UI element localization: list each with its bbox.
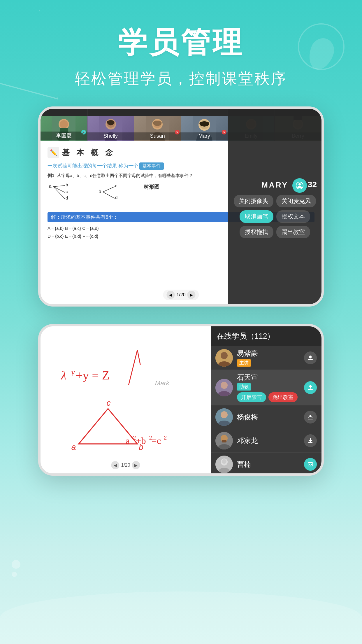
mute-btn[interactable]: 开启禁言 [237, 392, 266, 402]
prev-page-btn-2[interactable]: ◀ [111, 461, 119, 469]
close-mic-btn[interactable]: 关闭麦克风 [276, 195, 316, 207]
header-section: 学员管理 轻松管理学员，控制课堂秩序 [0, 0, 362, 95]
tree-diagram-2: b c d [97, 182, 132, 209]
svg-text:Mark: Mark [155, 379, 170, 387]
svg-point-72 [222, 459, 226, 464]
svg-text:b: b [99, 189, 101, 194]
phone-frame-2: λ y +y = Z a c b a 2 +b 2 =c 2 Mark [38, 324, 324, 476]
student-action-icon-3[interactable] [304, 411, 317, 424]
svg-text:d: d [66, 195, 68, 200]
teal-circle-icon [292, 178, 307, 193]
avatar-mic-3: ✕ [175, 130, 180, 134]
prev-page-btn[interactable]: ◀ [166, 291, 175, 299]
kick-btn[interactable]: 踢出教室 [268, 392, 298, 402]
cancel-pen-btn[interactable]: 取消画笔 [240, 210, 273, 223]
svg-line-23 [53, 187, 65, 192]
student-action-icon-1[interactable] [304, 351, 317, 364]
wb-pagination-2[interactable]: ◀ 1/20 ▶ [111, 461, 140, 469]
student-avatar-4 [215, 432, 233, 449]
student-avatar-2 [215, 379, 233, 396]
pagination-bar[interactable]: ◀ 1/20 ▶ [163, 290, 199, 300]
action-btn-row-2: 取消画笔 授权文本 [240, 210, 310, 223]
student-avatar-3 [215, 408, 233, 426]
svg-line-38 [129, 350, 137, 385]
handwriting-svg: λ y +y = Z a c b a 2 +b 2 =c 2 Mark [41, 326, 211, 473]
whiteboard-left: λ y +y = Z a c b a 2 +b 2 =c 2 Mark [41, 326, 211, 473]
svg-text:a: a [126, 435, 130, 446]
svg-text:c: c [66, 189, 68, 194]
student-name-3: 杨俊梅 [237, 412, 304, 422]
action-btn-row-3: 授权拖拽 踢出教室 [240, 226, 310, 238]
svg-text:2: 2 [164, 435, 167, 441]
svg-point-52 [221, 352, 228, 359]
student-action-icon-5[interactable] [304, 458, 317, 471]
student-info-1: 易紫豪 主讲 [237, 349, 304, 367]
student-item-1: 易紫豪 主讲 [211, 346, 321, 370]
svg-text:λ: λ [60, 368, 66, 382]
svg-text:2: 2 [133, 435, 136, 441]
svg-rect-67 [222, 440, 226, 442]
svg-rect-57 [308, 389, 313, 390]
next-page-btn-2[interactable]: ▶ [132, 461, 140, 469]
phone-frame-1: 李国夏 🎤 Shelly [38, 106, 324, 307]
bg-wave-bottom [0, 592, 362, 644]
svg-line-30 [103, 192, 115, 198]
svg-text:c: c [115, 183, 117, 188]
dec-circle-2 [12, 572, 17, 577]
svg-rect-54 [309, 356, 312, 358]
panel-header: 在线学员（112） [211, 326, 321, 346]
wb-icon: ✏️ [48, 147, 59, 158]
kick-out-btn[interactable]: 踢出教室 [276, 226, 310, 238]
svg-text:c: c [107, 398, 111, 407]
auth-text-btn[interactable]: 授权文本 [276, 210, 310, 223]
wb-badge: 基本事件 [139, 162, 164, 170]
main-title: 学员管理 [0, 23, 362, 63]
student-actions-2: 开启禁言 踢出教室 [237, 392, 304, 402]
svg-point-63 [310, 415, 311, 416]
auth-drag-btn[interactable]: 授权拖拽 [240, 226, 273, 238]
second-phone-section: λ y +y = Z a c b a 2 +b 2 =c 2 Mark [0, 324, 362, 476]
student-info-2: 石天宣 助教 开启禁言 踢出教室 [237, 373, 304, 402]
student-avatar-5 [215, 456, 233, 473]
badge-count: 32 [308, 180, 317, 189]
svg-text:+b: +b [136, 435, 146, 446]
svg-text:a: a [71, 442, 76, 452]
student-name-2: 石天宣 [237, 373, 304, 382]
student-name-5: 曹楠 [237, 460, 304, 469]
student-role-badge-2: 助教 [237, 383, 251, 391]
tree-diagram-1: a b c d [48, 182, 82, 209]
avatar-slot-3: Susan ✕ [134, 109, 181, 141]
avatar-label-4: Mary [181, 132, 228, 140]
close-camera-btn[interactable]: 关闭摄像头 [234, 195, 273, 207]
svg-point-34 [298, 183, 301, 186]
avatar-mic-4: ✕ [222, 130, 226, 134]
avatar-label-3: Susan [134, 132, 181, 140]
student-item-2: 石天宣 助教 开启禁言 踢出教室 [211, 370, 321, 405]
mary-label: MARY [261, 181, 288, 190]
avatar-mic-1: 🎤 [81, 130, 86, 134]
student-name-4: 邓家龙 [237, 436, 304, 445]
student-action-icon-2[interactable] [304, 381, 317, 394]
student-item-5: 曹楠 [211, 453, 321, 473]
svg-point-3 [60, 120, 68, 128]
student-item-3: 杨俊梅 [211, 405, 321, 429]
svg-line-24 [53, 187, 65, 199]
svg-text:y: y [71, 368, 75, 377]
svg-point-56 [221, 382, 228, 389]
avatar-slot-2: Shelly [87, 109, 134, 141]
student-name-1: 易紫豪 [237, 349, 304, 358]
wb-title: 基 本 概 念 [62, 148, 115, 158]
svg-line-22 [53, 186, 65, 187]
mary-context-menu: 32 MARY 关闭摄像头 关闭麦克风 取消画笔 授权文本 授权拖拽 踢出教室 [228, 109, 321, 304]
sub-title: 轻松管理学员，控制课堂秩序 [0, 69, 362, 89]
student-item-4: 邓家龙 [211, 429, 321, 453]
student-action-icon-4[interactable] [304, 434, 317, 447]
avatar-label-2: Shelly [87, 132, 134, 140]
students-panel: 在线学员（112） 易紫豪 主讲 [211, 326, 321, 473]
action-btn-row-1: 关闭摄像头 关闭麦克风 [234, 195, 316, 207]
next-page-btn[interactable]: ▶ [187, 291, 196, 299]
page-indicator-2: 1/20 [121, 463, 130, 468]
avatar-slot-1: 李国夏 🎤 [41, 109, 87, 141]
avatar-slot-4: Mary ✕ [181, 109, 228, 141]
svg-text:+y = Z: +y = Z [76, 368, 110, 382]
